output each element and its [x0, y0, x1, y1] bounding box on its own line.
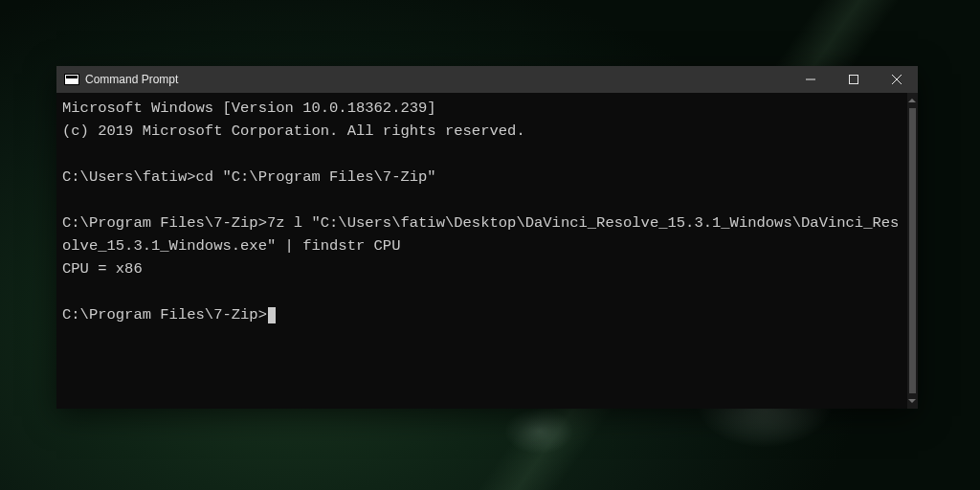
terminal-line: (c) 2019 Microsoft Corporation. All righ…: [62, 122, 525, 140]
window-controls: [789, 66, 918, 93]
maximize-icon: [849, 75, 858, 84]
cmd-icon: [64, 74, 79, 85]
maximize-button[interactable]: [832, 66, 875, 93]
window-title: Command Prompt: [85, 73, 178, 86]
terminal-line: Microsoft Windows [Version 10.0.18362.23…: [62, 100, 436, 117]
scroll-up-button[interactable]: [907, 93, 919, 108]
close-button[interactable]: [875, 66, 918, 93]
close-icon: [892, 75, 902, 84]
minimize-icon: [806, 75, 815, 84]
terminal-line: C:\Users\fatiw>cd "C:\Program Files\7-Zi…: [62, 168, 436, 186]
terminal-prompt: C:\Program Files\7-Zip>: [62, 306, 267, 323]
terminal-output[interactable]: Microsoft Windows [Version 10.0.18362.23…: [56, 93, 907, 409]
chevron-up-icon: [908, 98, 916, 103]
titlebar[interactable]: Command Prompt: [56, 66, 918, 93]
text-cursor: [268, 307, 276, 323]
chevron-down-icon: [908, 398, 916, 404]
scroll-down-button[interactable]: [907, 393, 919, 409]
terminal-line: CPU = x86: [62, 260, 143, 278]
scroll-thumb[interactable]: [909, 108, 917, 393]
titlebar-drag-region[interactable]: [178, 66, 789, 93]
svg-rect-0: [849, 76, 858, 84]
window-client-area: Microsoft Windows [Version 10.0.18362.23…: [56, 93, 918, 409]
vertical-scrollbar[interactable]: [907, 93, 919, 409]
command-prompt-window: Command Prompt Microsoft Windows [Versio…: [56, 66, 918, 409]
minimize-button[interactable]: [789, 66, 832, 93]
terminal-line: C:\Program Files\7-Zip>7z l "C:\Users\fa…: [62, 214, 899, 255]
